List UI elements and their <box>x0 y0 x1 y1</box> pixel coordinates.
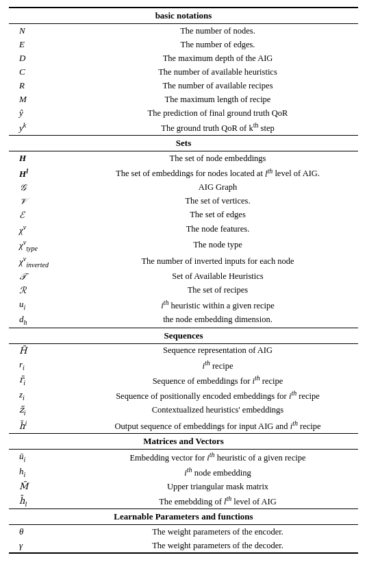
table-row: RThe number of available recipes <box>9 79 358 93</box>
table-row: hiith node embedding <box>9 465 358 480</box>
table-row: MThe maximum length of recipe <box>9 93 358 106</box>
table-row: θThe weight parameters of the encoder. <box>9 525 358 539</box>
table-row: h̃iOutput sequence of embeddings for inp… <box>9 418 358 434</box>
table-row: 𝒯Set of Available Heuristics <box>9 270 358 284</box>
symbol-cell: M̄ <box>9 480 77 493</box>
symbol-cell: θ <box>9 525 77 539</box>
symbol-cell: ūi <box>9 449 77 465</box>
description-cell: The set of edges <box>77 208 358 222</box>
description-cell: The number of available heuristics <box>77 65 358 79</box>
description-cell: The ground truth QoR of kth step <box>77 120 358 136</box>
section-header-3: Matrices and Vectors <box>9 433 358 449</box>
symbol-cell: yk <box>9 120 77 136</box>
symbol-cell: zi <box>9 388 77 403</box>
table-row: γThe weight parameters of the decoder. <box>9 539 358 553</box>
section-header-4: Learnable Parameters and functions <box>9 509 358 525</box>
symbol-cell: 𝒱 <box>9 195 77 208</box>
symbol-cell: R <box>9 79 77 93</box>
table-row: HlThe set of embeddings for nodes locate… <box>9 165 358 180</box>
table-row: NThe number of nodes. <box>9 24 358 38</box>
description-cell: The maximum depth of the AIG <box>77 51 358 65</box>
symbol-cell: ℛ <box>9 284 77 297</box>
table-row: ℛThe set of recipes <box>9 284 358 297</box>
symbol-cell: χvtype <box>9 237 77 254</box>
table-row: M̄Upper triangular mask matrix <box>9 480 358 493</box>
symbol-cell: ℰ <box>9 208 77 222</box>
description-cell: Output sequence of embeddings for input … <box>77 418 358 434</box>
symbol-cell: N <box>9 24 77 38</box>
symbol-cell: h̃i <box>9 418 77 434</box>
table-row: χvinvertedThe number of inverted inputs … <box>9 254 358 270</box>
symbol-cell: ui <box>9 297 77 313</box>
symbol-cell: χv <box>9 222 77 237</box>
table-row: 𝒢AIG Graph <box>9 181 358 195</box>
section-header-0: basic notations <box>9 8 358 24</box>
table-row: ℰThe set of edges <box>9 208 358 222</box>
description-cell: The node features. <box>77 222 358 237</box>
symbol-cell: Hl <box>9 165 77 180</box>
symbol-cell: D <box>9 51 77 65</box>
description-cell: The set of recipes <box>77 284 358 297</box>
table-row: 𝒱The set of vertices. <box>9 195 358 208</box>
symbol-cell: h̄l <box>9 493 77 509</box>
section-header-2: Sequences <box>9 328 358 343</box>
description-cell: The set of vertices. <box>77 195 358 208</box>
description-cell: Upper triangular mask matrix <box>77 480 358 493</box>
table-row: CThe number of available heuristics <box>9 65 358 79</box>
description-cell: The weight parameters of the encoder. <box>77 525 358 539</box>
description-cell: The number of available recipes <box>77 79 358 93</box>
description-cell: ith node embedding <box>77 465 358 480</box>
description-cell: The number of inverted inputs for each n… <box>77 254 358 270</box>
description-cell: ith heuristic within a given recipe <box>77 297 358 313</box>
table-row: DThe maximum depth of the AIG <box>9 51 358 65</box>
table-row: h̄lThe emebdding of lth level of AIG <box>9 493 358 509</box>
symbol-cell: ri <box>9 358 77 373</box>
table-row: ziSequence of positionally encoded embed… <box>9 388 358 403</box>
description-cell: The number of edges. <box>77 38 358 51</box>
description-cell: The set of embeddings for nodes located … <box>77 165 358 180</box>
table-row: H̄Sequence representation of AIG <box>9 343 358 358</box>
description-cell: Embedding vector for ith heuristic of a … <box>77 449 358 465</box>
symbol-cell: z̃i <box>9 403 77 418</box>
description-cell: The weight parameters of the decoder. <box>77 539 358 553</box>
table-row: HThe set of node embeddings <box>9 151 358 166</box>
table-row: r̄iSequence of embeddings for ith recipe <box>9 373 358 388</box>
table-row: z̃iContextualized heuristics' embeddings <box>9 403 358 418</box>
symbol-cell: E <box>9 38 77 51</box>
description-cell: Sequence of positionally encoded embeddi… <box>77 388 358 403</box>
table-row: dhthe node embedding dimension. <box>9 313 358 328</box>
description-cell: The maximum length of recipe <box>77 93 358 106</box>
symbol-cell: 𝒯 <box>9 270 77 284</box>
table-row: riith recipe <box>9 358 358 373</box>
symbol-cell: M <box>9 93 77 106</box>
symbol-cell: γ <box>9 539 77 553</box>
table-row: ūiEmbedding vector for ith heuristic of … <box>9 449 358 465</box>
description-cell: The node type <box>77 237 358 254</box>
symbol-cell: C <box>9 65 77 79</box>
symbol-cell: r̄i <box>9 373 77 388</box>
table-row: EThe number of edges. <box>9 38 358 51</box>
description-cell: The set of node embeddings <box>77 151 358 166</box>
symbol-cell: H̄ <box>9 343 77 358</box>
description-cell: ith recipe <box>77 358 358 373</box>
symbol-cell: ŷ <box>9 106 77 120</box>
symbol-cell: dh <box>9 313 77 328</box>
description-cell: Set of Available Heuristics <box>77 270 358 284</box>
description-cell: AIG Graph <box>77 181 358 195</box>
table-row: ŷThe prediction of final ground truth Qo… <box>9 106 358 120</box>
description-cell: the node embedding dimension. <box>77 313 358 328</box>
symbol-cell: H <box>9 151 77 166</box>
description-cell: The number of nodes. <box>77 24 358 38</box>
symbol-cell: χvinverted <box>9 254 77 270</box>
description-cell: Sequence of embeddings for ith recipe <box>77 373 358 388</box>
symbol-cell: hi <box>9 465 77 480</box>
table-row: ykThe ground truth QoR of kth step <box>9 120 358 136</box>
description-cell: The prediction of final ground truth QoR <box>77 106 358 120</box>
table-row: χvtypeThe node type <box>9 237 358 254</box>
symbol-cell: 𝒢 <box>9 181 77 195</box>
description-cell: Contextualized heuristics' embeddings <box>77 403 358 418</box>
description-cell: The emebdding of lth level of AIG <box>77 493 358 509</box>
main-table: basic notationsNThe number of nodes.EThe… <box>9 7 358 554</box>
table-row: χvThe node features. <box>9 222 358 237</box>
table-row: uiith heuristic within a given recipe <box>9 297 358 313</box>
